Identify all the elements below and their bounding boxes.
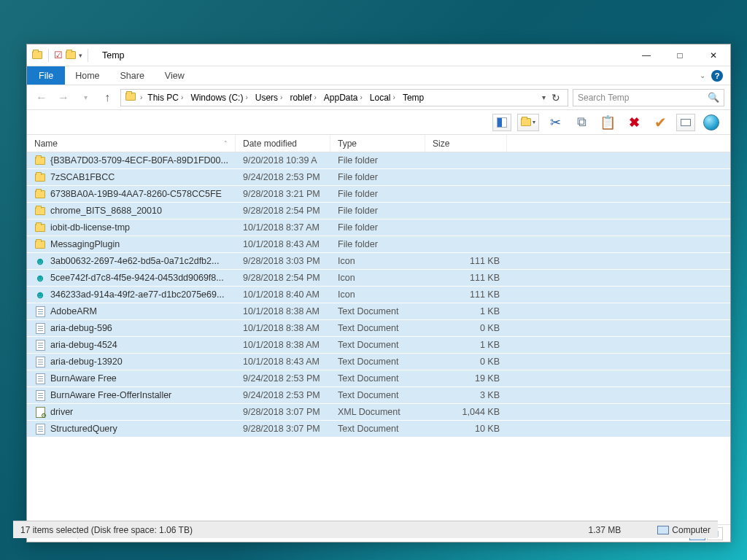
breadcrumb[interactable]: › This PC› Windows (C:)› Users› roblef› … [120, 89, 568, 106]
organize-button[interactable]: ▾ [517, 114, 539, 131]
home-tab[interactable]: Home [65, 66, 109, 85]
breadcrumb-segment[interactable]: Temp [400, 93, 426, 103]
column-type[interactable]: Type [330, 135, 425, 152]
refresh-icon[interactable]: ↻ [547, 92, 565, 104]
properties-icon[interactable]: ☑ [54, 50, 63, 61]
file-name: 7zSCAB1FBCC [50, 172, 115, 182]
rename-button[interactable] [676, 114, 695, 131]
share-tab[interactable]: Share [110, 66, 155, 85]
explorer-window: ☑ ▾ Temp — □ ✕ File Home Share View ⌄ ? … [26, 44, 731, 542]
text-file-icon [34, 306, 46, 317]
forward-button[interactable]: → [55, 89, 72, 106]
back-button[interactable]: ← [33, 89, 50, 106]
table-row[interactable]: ☻5cee742f-d7c8-4f5e-9424-0453dd9069f8...… [27, 270, 730, 287]
recent-locations-icon[interactable]: ▾ [77, 89, 94, 106]
file-date: 10/1/2018 8:37 AM [236, 222, 330, 233]
chevron-right-icon[interactable]: › [245, 93, 247, 101]
file-type: File folder [330, 239, 425, 249]
file-type: File folder [330, 206, 425, 216]
paste-button[interactable]: 📋 [597, 112, 618, 133]
table-row[interactable]: StructuredQuery9/28/2018 3:07 PMText Doc… [27, 421, 730, 438]
column-date[interactable]: Date modified [236, 135, 330, 152]
folder-icon [31, 50, 43, 61]
view-tab[interactable]: View [155, 66, 195, 85]
breadcrumb-segment[interactable]: Local› [368, 93, 398, 103]
xml-file-icon [34, 406, 46, 418]
file-date: 10/1/2018 8:43 AM [236, 239, 330, 249]
chevron-right-icon[interactable]: › [360, 93, 363, 101]
navigation-bar: ← → ▾ ↑ › This PC› Windows (C:)› Users› … [27, 85, 730, 110]
table-row[interactable]: aria-debug-1392010/1/2018 8:43 AMText Do… [27, 354, 730, 370]
table-row[interactable]: ☻346233ad-914a-49f2-ae77-d1bc2075e69...1… [27, 287, 730, 303]
location-label: Computer [672, 525, 711, 535]
file-list[interactable]: {B3BA7D03-5709-4ECF-B0FA-89D1FD00...9/20… [27, 152, 730, 524]
titlebar: ☑ ▾ Temp — □ ✕ [27, 44, 730, 66]
file-name: StructuredQuery [50, 424, 117, 434]
text-file-icon [34, 423, 46, 435]
chevron-right-icon[interactable]: › [181, 93, 183, 101]
breadcrumb-label: Users [255, 93, 278, 103]
delete-button[interactable]: ✖ [624, 112, 644, 133]
table-row[interactable]: aria-debug-452410/1/2018 8:38 AMText Doc… [27, 337, 730, 354]
file-date: 9/24/2018 2:53 PM [236, 390, 330, 400]
location-indicator: Computer [657, 525, 711, 535]
breadcrumb-segment[interactable]: Users› [253, 93, 285, 103]
breadcrumb-segment[interactable]: AppData› [322, 93, 365, 103]
globe-icon [703, 114, 719, 131]
table-row[interactable]: aria-debug-59610/1/2018 8:38 AMText Docu… [27, 320, 730, 337]
search-icon[interactable]: 🔍 [708, 92, 719, 103]
search-input[interactable]: Search Temp 🔍 [573, 89, 724, 106]
bottom-status-bar: 17 items selected (Disk free space: 1.06… [13, 521, 718, 538]
column-label: Type [338, 139, 357, 149]
text-file-icon [34, 389, 46, 401]
column-name[interactable]: Name ˄ [27, 135, 236, 152]
table-row[interactable]: 6738BA0A-19B9-4AA7-8260-C578CC5FE9/28/20… [27, 186, 730, 203]
panel-toggle-button[interactable] [492, 114, 511, 131]
file-type: Text Document [330, 424, 425, 434]
close-button[interactable]: ✕ [697, 44, 730, 66]
globe-button[interactable] [701, 112, 721, 133]
chevron-right-icon[interactable]: › [280, 93, 282, 101]
column-size[interactable]: Size [425, 135, 507, 152]
folder-icon[interactable] [65, 50, 77, 61]
file-date: 10/1/2018 8:38 AM [236, 323, 330, 333]
up-button[interactable]: ↑ [98, 89, 116, 106]
table-row[interactable]: AdobeARM10/1/2018 8:38 AMText Document1 … [27, 303, 730, 320]
file-tab[interactable]: File [27, 66, 65, 85]
file-date: 9/28/2018 3:03 PM [236, 256, 330, 266]
chevron-down-icon[interactable]: ▾ [79, 52, 82, 59]
file-name: MessagingPlugin [50, 239, 120, 249]
table-row[interactable]: BurnAware Free-OfferInstaller9/24/2018 2… [27, 387, 730, 404]
table-row[interactable]: MessagingPlugin10/1/2018 8:43 AMFile fol… [27, 236, 730, 253]
chevron-down-icon[interactable]: ▾ [542, 93, 546, 101]
breadcrumb-segment[interactable]: This PC› [145, 93, 185, 103]
app-icon: ☻ [34, 272, 46, 284]
quick-access-toolbar[interactable]: ☑ ▾ [54, 50, 82, 61]
cut-button[interactable]: ✂ [545, 112, 565, 133]
help-icon[interactable]: ? [711, 70, 723, 82]
folder-icon [34, 238, 46, 250]
file-size: 111 KB [425, 256, 507, 266]
minimize-button[interactable]: — [630, 44, 663, 66]
file-size: 1 KB [425, 340, 507, 350]
file-date: 9/28/2018 2:54 PM [236, 206, 330, 216]
table-row[interactable]: iobit-db-license-tmp10/1/2018 8:37 AMFil… [27, 219, 730, 236]
folder-icon [34, 155, 46, 166]
folder-icon [34, 188, 46, 200]
table-row[interactable]: {B3BA7D03-5709-4ECF-B0FA-89D1FD00...9/20… [27, 152, 730, 169]
ribbon-expand-icon[interactable]: ⌄ [700, 71, 705, 79]
table-row[interactable]: chrome_BITS_8688_200109/28/2018 2:54 PMF… [27, 203, 730, 219]
file-name: AdobeARM [50, 306, 97, 316]
table-row[interactable]: driver9/28/2018 3:07 PMXML Document1,044… [27, 404, 730, 421]
breadcrumb-segment[interactable]: Windows (C:)› [188, 93, 249, 103]
chevron-right-icon[interactable]: › [140, 93, 142, 101]
maximize-button[interactable]: □ [663, 44, 697, 66]
copy-button[interactable]: ⧉ [571, 112, 592, 133]
breadcrumb-segment[interactable]: roblef› [287, 93, 318, 103]
confirm-button[interactable]: ✔ [650, 112, 670, 133]
table-row[interactable]: 7zSCAB1FBCC9/24/2018 2:53 PMFile folder [27, 169, 730, 186]
table-row[interactable]: ☻3ab00632-2697-4e62-bd5a-0a71c2dfb2...9/… [27, 253, 730, 270]
chevron-right-icon[interactable]: › [393, 93, 395, 101]
table-row[interactable]: BurnAware Free9/24/2018 2:53 PMText Docu… [27, 370, 730, 387]
chevron-right-icon[interactable]: › [314, 93, 316, 101]
